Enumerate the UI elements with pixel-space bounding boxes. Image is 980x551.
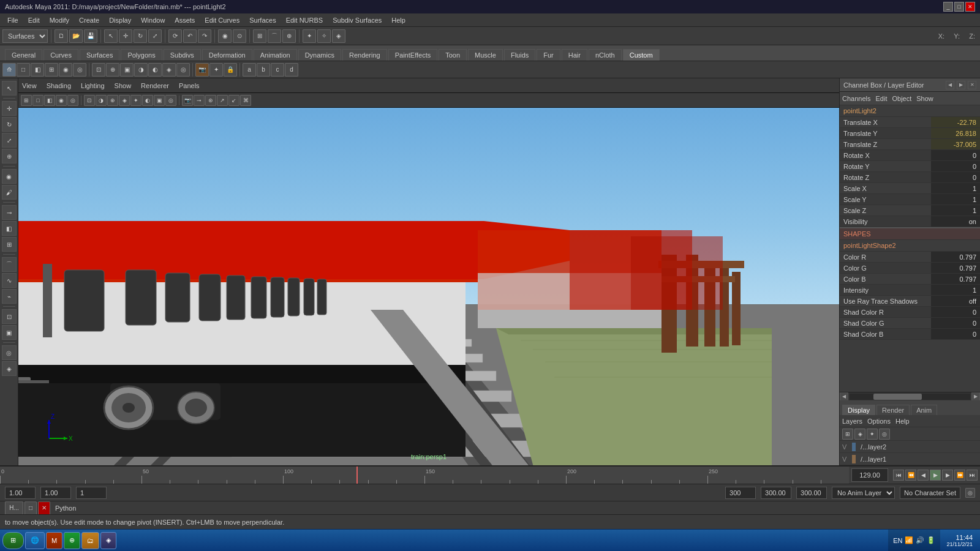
tb-redo[interactable]: ↷ bbox=[198, 29, 211, 43]
vib-1[interactable]: ⊞ bbox=[21, 95, 32, 106]
menu-create[interactable]: Create bbox=[74, 15, 104, 25]
taskbar-app-4[interactable]: 🗂 bbox=[81, 532, 99, 549]
pb-last[interactable]: ⏭ bbox=[967, 470, 978, 481]
tab-polygons[interactable]: Polygons bbox=[121, 49, 162, 61]
tb-snap-point[interactable]: ⊕ bbox=[282, 29, 296, 43]
time-ruler[interactable]: 050100150200250300 bbox=[0, 466, 849, 484]
status-field-4[interactable]: 300 bbox=[725, 487, 756, 499]
tb-history[interactable]: ⟳ bbox=[168, 29, 182, 43]
tb2-c[interactable]: c bbox=[271, 63, 284, 77]
menu-display[interactable]: Display bbox=[104, 15, 136, 25]
maximize-button[interactable]: □ bbox=[954, 2, 964, 12]
tab-curves[interactable]: Curves bbox=[43, 49, 78, 61]
tb2-b[interactable]: b bbox=[257, 63, 270, 77]
vt-show[interactable]: Show bbox=[115, 82, 132, 89]
status-field-1[interactable]: 1.00 bbox=[5, 487, 36, 499]
lm-layers[interactable]: Layers bbox=[842, 418, 862, 425]
menu-edit[interactable]: Edit bbox=[23, 15, 45, 25]
menu-surfaces[interactable]: Surfaces bbox=[244, 15, 281, 25]
vt-renderer[interactable]: Renderer bbox=[141, 82, 169, 89]
lm-help[interactable]: Help bbox=[895, 418, 910, 425]
lt-curve2[interactable]: ∿ bbox=[2, 273, 17, 288]
vib-12[interactable]: ▣ bbox=[154, 95, 165, 106]
cb-menu-channels[interactable]: Channels bbox=[842, 95, 870, 102]
tb2-snap[interactable]: ✦ bbox=[209, 63, 223, 77]
close-button[interactable]: ✕ bbox=[965, 2, 975, 12]
playhead[interactable] bbox=[356, 466, 358, 484]
tab-dynamics[interactable]: Dynamics bbox=[298, 49, 341, 61]
layer-tb-2[interactable]: ◈ bbox=[854, 429, 865, 440]
tb-snap-grid[interactable]: ⊞ bbox=[253, 29, 266, 43]
cb-arrow-left[interactable]: ◀ bbox=[946, 81, 954, 89]
cb-hscroll-thumb[interactable] bbox=[873, 394, 922, 400]
lt-curve3[interactable]: ⌁ bbox=[2, 289, 17, 304]
vib-8[interactable]: ⊕ bbox=[107, 95, 118, 106]
current-frame[interactable]: 129.00 bbox=[851, 468, 888, 482]
tab-animation[interactable]: Animation bbox=[254, 49, 297, 61]
cb-hscroll-track[interactable] bbox=[850, 394, 970, 400]
script-tab-close[interactable]: ✕ bbox=[38, 501, 50, 515]
lt-mesh1[interactable]: ⊡ bbox=[2, 309, 17, 324]
tb-tools3[interactable]: ◈ bbox=[332, 29, 345, 43]
tb2-3[interactable]: ◧ bbox=[31, 63, 44, 77]
status-field-5[interactable]: 300.00 bbox=[761, 487, 791, 499]
tb2-6[interactable]: ◎ bbox=[73, 63, 86, 77]
tb2-light[interactable]: ◑ bbox=[134, 63, 148, 77]
layer-v-1[interactable]: V bbox=[842, 455, 852, 463]
menu-subdiv[interactable]: Subdiv Surfaces bbox=[328, 15, 386, 25]
cb-arrow-right[interactable]: ▶ bbox=[957, 81, 965, 89]
tab-fluids[interactable]: Fluids bbox=[504, 49, 535, 61]
lt-rotate[interactable]: ↻ bbox=[2, 117, 17, 132]
lt-universal[interactable]: ⊕ bbox=[2, 149, 17, 163]
tab-fur[interactable]: Fur bbox=[537, 49, 560, 61]
vib-3[interactable]: ◧ bbox=[44, 95, 55, 106]
status-field-6[interactable]: 300.00 bbox=[796, 487, 827, 499]
taskbar-app-3[interactable]: ⊕ bbox=[64, 532, 80, 549]
vib-11[interactable]: ◐ bbox=[142, 95, 153, 106]
menu-edit-curves[interactable]: Edit Curves bbox=[200, 15, 244, 25]
no-character-set[interactable]: No Character Set bbox=[900, 487, 960, 499]
viewport[interactable]: View Shading Lighting Show Renderer Pane… bbox=[18, 78, 839, 465]
cb-menu-show[interactable]: Show bbox=[916, 95, 933, 102]
tab-rendering[interactable]: Rendering bbox=[342, 49, 387, 61]
script-tab-h[interactable]: H... bbox=[5, 501, 23, 515]
tab-painteffects[interactable]: PaintEffects bbox=[388, 49, 438, 61]
pb-first[interactable]: ⏮ bbox=[893, 470, 904, 481]
layer-name-2[interactable]: /...layer2 bbox=[858, 443, 978, 451]
lt-misc2[interactable]: ◈ bbox=[2, 361, 17, 376]
cb-hscroll-right[interactable]: ▶ bbox=[971, 392, 980, 401]
cb-hscroll-left[interactable]: ◀ bbox=[840, 392, 848, 401]
tb-tools1[interactable]: ✦ bbox=[303, 29, 316, 43]
status-field-3[interactable]: 1 bbox=[76, 487, 107, 499]
lt-select-hier[interactable]: ⊞ bbox=[2, 237, 17, 252]
tab-ncloth[interactable]: nCloth bbox=[589, 49, 622, 61]
lt-paint[interactable]: 🖌 bbox=[2, 185, 17, 200]
tb-save[interactable]: 💾 bbox=[84, 29, 97, 43]
vib-15[interactable]: ⊸ bbox=[194, 95, 205, 106]
vt-view[interactable]: View bbox=[22, 82, 37, 89]
tb2-9[interactable]: ◎ bbox=[176, 63, 190, 77]
tb-undo[interactable]: ↶ bbox=[183, 29, 197, 43]
pb-play[interactable]: ▶ bbox=[930, 470, 941, 481]
tb-open[interactable]: 📂 bbox=[69, 29, 83, 43]
tb-scale[interactable]: ⤢ bbox=[148, 29, 162, 43]
vib-4[interactable]: ◉ bbox=[56, 95, 67, 106]
tab-toon[interactable]: Toon bbox=[439, 49, 467, 61]
layer-name-1[interactable]: /...layer1 bbox=[858, 455, 978, 463]
lt-curve1[interactable]: ⌒ bbox=[2, 257, 17, 272]
lt-select-arrow[interactable]: ↖ bbox=[2, 81, 17, 96]
vib-14[interactable]: 📷 bbox=[182, 95, 193, 106]
tb2-lock[interactable]: 🔒 bbox=[224, 63, 237, 77]
tb-snap-curve[interactable]: ⌒ bbox=[268, 29, 281, 43]
vt-shading[interactable]: Shading bbox=[47, 82, 71, 89]
tb2-cam[interactable]: 📷 bbox=[195, 63, 209, 77]
layer-tb-3[interactable]: ✦ bbox=[867, 429, 878, 440]
tb2-4[interactable]: ⊞ bbox=[45, 63, 58, 77]
vt-lighting[interactable]: Lighting bbox=[81, 82, 105, 89]
vib-13[interactable]: ◎ bbox=[165, 95, 176, 106]
cb-menu-object[interactable]: Object bbox=[892, 95, 911, 102]
tb-select[interactable]: ↖ bbox=[104, 29, 118, 43]
lt-misc1[interactable]: ◎ bbox=[2, 345, 17, 360]
tb2-smooth[interactable]: ⊕ bbox=[106, 63, 119, 77]
taskbar-app-2[interactable]: M bbox=[46, 532, 62, 549]
